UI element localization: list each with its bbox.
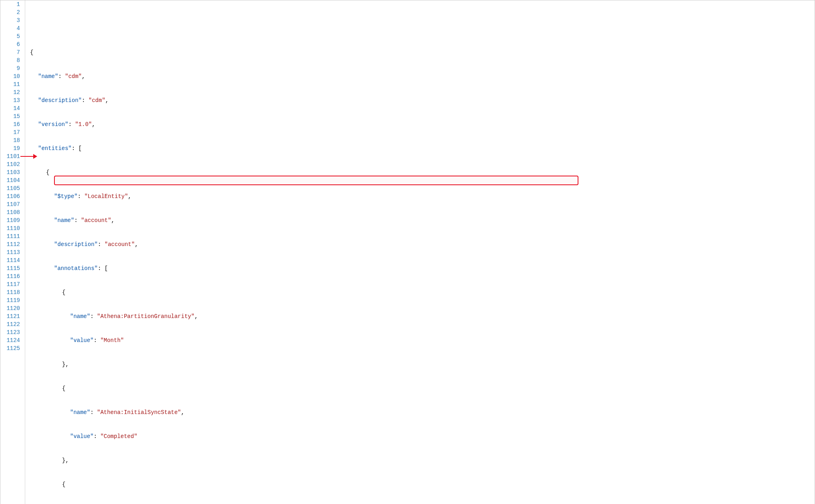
line-number: 1122 [0, 320, 20, 328]
code-line[interactable]: "value": "Month" [30, 336, 815, 344]
line-number: 14 [0, 104, 20, 112]
code-line[interactable]: "name": "cdm", [30, 72, 815, 80]
line-number: 16 [0, 120, 20, 128]
line-number: 1111 [0, 232, 20, 240]
line-number: 3 [0, 16, 20, 24]
line-number: 1110 [0, 224, 20, 232]
line-number: 8 [0, 56, 20, 64]
line-number: 10 [0, 72, 20, 80]
line-number: 1125 [0, 344, 20, 352]
code-line[interactable]: "entities": [ [30, 144, 815, 152]
code-line[interactable]: "name": "Athena:PartitionGranularity", [30, 312, 815, 320]
code-editor[interactable]: 1 2 3 4 5 6 7 8 9 10 11 12 13 14 15 16 1… [0, 0, 815, 504]
line-number: 1112 [0, 240, 20, 248]
line-number: 1102 [0, 160, 20, 168]
line-number: 5 [0, 32, 20, 40]
line-number: 1105 [0, 184, 20, 192]
code-line[interactable]: "annotations": [ [30, 264, 815, 272]
line-number: 1106 [0, 192, 20, 200]
line-number: 1124 [0, 336, 20, 344]
line-number: 12 [0, 88, 20, 96]
arrow-annotation [20, 152, 40, 160]
line-number: 1117 [0, 280, 20, 288]
line-number-gutter: 1 2 3 4 5 6 7 8 9 10 11 12 13 14 15 16 1… [0, 0, 25, 504]
line-number: 11 [0, 80, 20, 88]
line-number: 7 [0, 48, 20, 56]
line-number: 6 [0, 40, 20, 48]
code-line[interactable]: "description": "cdm", [30, 96, 815, 104]
line-number: 1101 [0, 152, 20, 160]
highlight-box [54, 176, 578, 185]
code-text-area[interactable]: { "name": "cdm", "description": "cdm", "… [25, 0, 815, 504]
line-number: 18 [0, 136, 20, 144]
code-line[interactable]: { [30, 288, 815, 296]
code-line[interactable]: "name": "account", [30, 216, 815, 224]
code-line[interactable]: { [30, 168, 815, 176]
line-number: 1109 [0, 216, 20, 224]
code-line[interactable]: }, [30, 360, 815, 368]
code-line[interactable]: "$type": "LocalEntity", [30, 192, 815, 200]
code-line[interactable]: { [30, 384, 815, 392]
line-number: 1118 [0, 288, 20, 296]
line-number: 17 [0, 128, 20, 136]
line-number: 15 [0, 112, 20, 120]
code-line[interactable]: "name": "Athena:InitialSyncState", [30, 408, 815, 416]
line-number: 1 [0, 0, 20, 8]
line-number: 2 [0, 8, 20, 16]
code-line[interactable]: "description": "account", [30, 240, 815, 248]
line-number: 13 [0, 96, 20, 104]
code-line[interactable]: { [30, 48, 815, 56]
line-number: 19 [0, 144, 20, 152]
line-number: 1108 [0, 208, 20, 216]
line-number: 1107 [0, 200, 20, 208]
code-line[interactable]: "value": "Completed" [30, 432, 815, 440]
line-number: 1123 [0, 328, 20, 336]
line-number: 9 [0, 64, 20, 72]
line-number: 1115 [0, 264, 20, 272]
code-line[interactable]: "version": "1.0", [30, 120, 815, 128]
line-number: 1121 [0, 312, 20, 320]
line-number: 1113 [0, 248, 20, 256]
line-number: 4 [0, 24, 20, 32]
line-number: 1120 [0, 304, 20, 312]
line-number: 1114 [0, 256, 20, 264]
line-number: 1116 [0, 272, 20, 280]
code-line[interactable]: }, [30, 456, 815, 464]
line-number: 1103 [0, 168, 20, 176]
line-number: 1104 [0, 176, 20, 184]
code-line[interactable]: { [30, 480, 815, 488]
arrow-right-icon [33, 154, 37, 159]
line-number: 1119 [0, 296, 20, 304]
